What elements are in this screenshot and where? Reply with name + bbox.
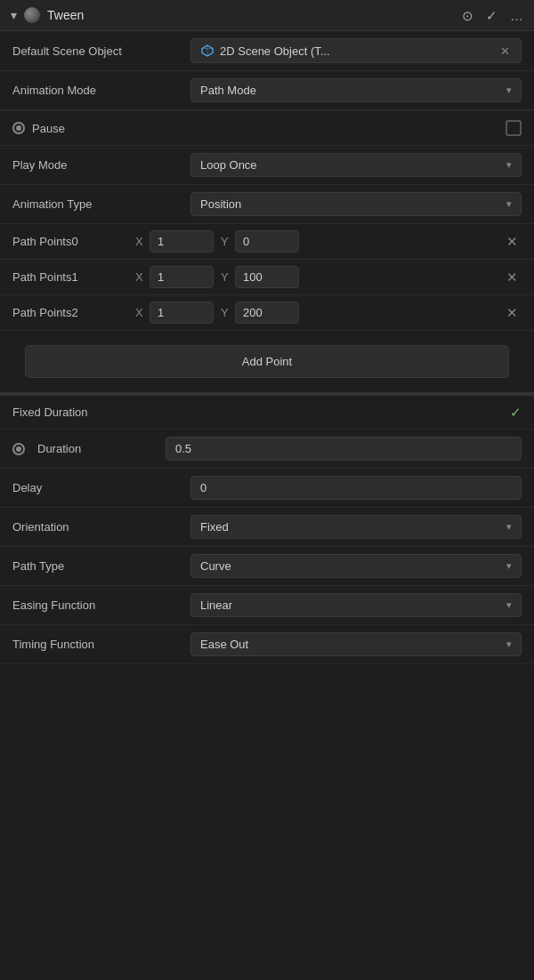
path-points-2-label: Path Points2: [12, 306, 128, 319]
orientation-label: Orientation: [12, 520, 190, 534]
y-label: Y: [221, 235, 231, 248]
add-point-container: Add Point: [0, 331, 534, 394]
play-mode-label: Play Mode: [12, 158, 190, 172]
timing-function-value[interactable]: Ease Out ▾: [190, 632, 522, 656]
scene-object-remove-button[interactable]: ✕: [498, 44, 512, 58]
easing-function-dropdown[interactable]: Linear ▾: [190, 593, 522, 617]
chevron-down-icon: ▾: [506, 560, 512, 572]
animation-type-label: Animation Type: [12, 197, 190, 211]
path-points-2-remove-button[interactable]: ✕: [503, 303, 522, 323]
path-points-0-remove-button[interactable]: ✕: [503, 232, 522, 252]
pause-radio[interactable]: [12, 122, 25, 134]
animation-type-row: Animation Type Position ▾: [0, 185, 534, 224]
duration-row: Duration: [0, 430, 534, 469]
path-type-dropdown[interactable]: Curve ▾: [190, 554, 522, 578]
play-mode-value[interactable]: Loop Once ▾: [190, 153, 522, 177]
x-label: X: [135, 235, 146, 248]
fixed-duration-label: Fixed Duration: [12, 406, 510, 419]
duration-input-wrapper[interactable]: [166, 437, 522, 461]
path-type-value[interactable]: Curve ▾: [190, 554, 522, 578]
default-scene-object-value[interactable]: 2D Scene Object (T... ✕: [190, 38, 522, 63]
play-mode-dropdown[interactable]: Loop Once ▾: [190, 153, 522, 177]
component-header: ▾ Tween ⊙ ✓ …: [0, 0, 534, 31]
y-label: Y: [221, 306, 231, 319]
fixed-duration-checkmark: ✓: [510, 405, 522, 421]
path-points-0-x-input[interactable]: [150, 230, 214, 253]
duration-input[interactable]: [166, 437, 522, 461]
delay-input[interactable]: [190, 476, 522, 500]
orientation-value[interactable]: Fixed ▾: [190, 515, 522, 539]
path-points-0-y-group: Y: [221, 230, 299, 253]
orientation-row: Orientation Fixed ▾: [0, 508, 534, 547]
scene-object-icon: [200, 44, 214, 58]
animation-type-value[interactable]: Position ▾: [190, 192, 522, 216]
orientation-selected: Fixed: [200, 520, 229, 534]
orientation-dropdown[interactable]: Fixed ▾: [190, 515, 522, 539]
play-mode-row: Play Mode Loop Once ▾: [0, 146, 534, 185]
path-points-1-remove-button[interactable]: ✕: [503, 268, 522, 287]
chevron-down-icon: ▾: [506, 521, 512, 533]
scene-object-badge[interactable]: 2D Scene Object (T... ✕: [190, 38, 522, 63]
duration-label: Duration: [32, 442, 166, 455]
path-points-0-x-group: X: [135, 230, 214, 253]
path-points-1-row: Path Points1 X Y ✕: [0, 260, 534, 295]
default-scene-object-row: Default Scene Object 2D Scene Object (T.…: [0, 31, 534, 71]
x-label: X: [135, 306, 146, 319]
header-actions: ⊙ ✓ …: [462, 9, 523, 22]
easing-function-selected: Linear: [200, 598, 232, 612]
easing-function-label: Easing Function: [12, 598, 190, 612]
y-label: Y: [221, 270, 231, 284]
animation-mode-label: Animation Mode: [12, 84, 190, 97]
easing-function-row: Easing Function Linear ▾: [0, 586, 534, 625]
chevron-down-icon: ▾: [506, 84, 512, 96]
chevron-down-icon: ▾: [506, 159, 512, 171]
timing-function-selected: Ease Out: [200, 638, 248, 651]
component-title: Tween: [47, 8, 455, 22]
collapse-icon[interactable]: ▾: [11, 8, 17, 22]
path-points-0-y-input[interactable]: [235, 230, 299, 253]
pause-checkbox[interactable]: [506, 120, 522, 136]
x-label: X: [135, 270, 146, 284]
component-icon: [24, 7, 40, 23]
path-points-1-y-group: Y: [221, 266, 299, 288]
path-type-row: Path Type Curve ▾: [0, 547, 534, 586]
path-points-1-x-group: X: [135, 266, 214, 288]
animation-mode-row: Animation Mode Path Mode ▾: [0, 71, 534, 110]
fixed-duration-row: Fixed Duration ✓: [0, 394, 534, 430]
chevron-down-icon: ▾: [506, 599, 512, 611]
path-type-selected: Curve: [200, 559, 231, 573]
record-button[interactable]: ⊙: [462, 9, 473, 22]
timing-function-label: Timing Function: [12, 638, 190, 651]
animation-mode-selected: Path Mode: [200, 84, 256, 97]
path-points-2-row: Path Points2 X Y ✕: [0, 295, 534, 331]
timing-function-row: Timing Function Ease Out ▾: [0, 625, 534, 664]
delay-row: Delay: [0, 469, 534, 508]
more-options-button[interactable]: …: [510, 9, 523, 22]
add-point-button[interactable]: Add Point: [25, 345, 509, 378]
timing-function-dropdown[interactable]: Ease Out ▾: [190, 632, 522, 656]
duration-radio[interactable]: [12, 443, 25, 455]
delay-input-wrapper[interactable]: [190, 476, 522, 500]
path-points-1-y-input[interactable]: [235, 266, 299, 288]
chevron-down-icon: ▾: [506, 639, 512, 650]
path-points-2-y-group: Y: [221, 301, 299, 324]
pause-row: Pause: [0, 110, 534, 146]
play-mode-selected: Loop Once: [200, 158, 257, 172]
path-type-label: Path Type: [12, 559, 190, 573]
animation-mode-value[interactable]: Path Mode ▾: [190, 78, 522, 102]
delay-label: Delay: [12, 481, 190, 494]
animation-mode-dropdown[interactable]: Path Mode ▾: [190, 78, 522, 102]
easing-function-value[interactable]: Linear ▾: [190, 593, 522, 617]
path-points-1-x-input[interactable]: [150, 266, 214, 288]
animation-type-dropdown[interactable]: Position ▾: [190, 192, 522, 216]
confirm-button[interactable]: ✓: [486, 9, 498, 22]
path-points-2-x-group: X: [135, 301, 214, 324]
path-points-0-row: Path Points0 X Y ✕: [0, 224, 534, 260]
pause-label: Pause: [32, 122, 506, 135]
default-scene-object-label: Default Scene Object: [12, 44, 190, 58]
path-points-2-x-input[interactable]: [150, 301, 214, 324]
path-points-1-label: Path Points1: [12, 270, 128, 284]
path-points-2-y-input[interactable]: [235, 301, 299, 324]
chevron-down-icon: ▾: [506, 198, 512, 210]
path-points-0-label: Path Points0: [12, 235, 128, 248]
